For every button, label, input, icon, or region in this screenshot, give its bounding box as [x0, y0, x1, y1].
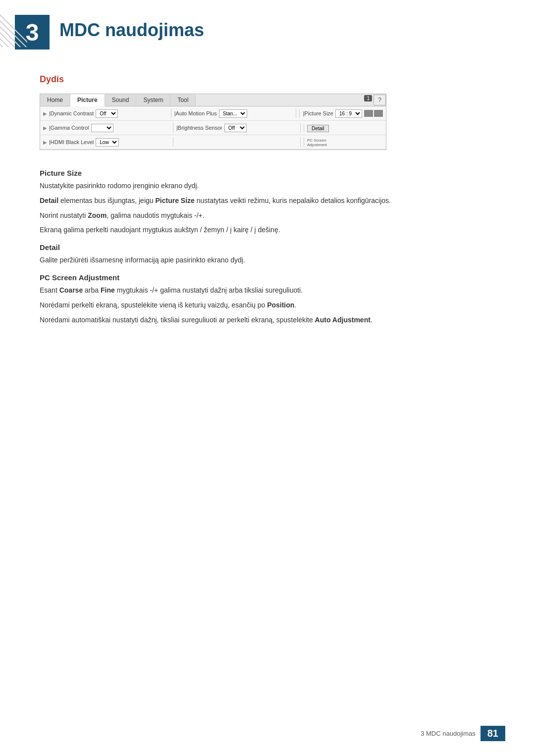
label-picture-size: |Picture Size — [303, 110, 333, 116]
select-dynamic-contrast[interactable]: Off — [96, 109, 118, 118]
footer-text: 3 MDC naudojimas — [421, 730, 476, 737]
page-number: 81 — [481, 726, 505, 741]
section-title: Dydis — [40, 74, 495, 85]
divider-5 — [173, 137, 173, 147]
subsection-title-pc-screen: PC Screen Adjustment — [40, 273, 495, 282]
body-text-picture-size-3: Norint nustatyti Zoom, galima naudotis m… — [40, 210, 495, 222]
arrow-1: ▶ — [43, 111, 47, 116]
select-hdmi-black-level[interactable]: Low — [96, 138, 119, 147]
subsection-title-picture-size: Picture Size — [40, 169, 495, 177]
help-button[interactable]: ? — [374, 95, 386, 105]
page-footer: 3 MDC naudojimas 81 — [421, 726, 505, 741]
ui-mockup: Home Picture Sound System Tool 1 ? ▶ |Dy… — [40, 94, 386, 150]
body-text-picture-size-1: Nustatykite pasirinkto rodomo įrenginio … — [40, 180, 495, 192]
divider-3 — [173, 123, 173, 133]
body-text-picture-size-2: Detail elementas bus išjungtas, jeigu Pi… — [40, 195, 495, 207]
body-text-pc-screen-1: Esant Coarse arba Fine mygtukais -/+ gal… — [40, 285, 495, 297]
select-brightness-sensor[interactable]: Off — [224, 124, 247, 132]
label-auto-motion-plus: |Auto Motion Plus — [174, 110, 217, 116]
tab-system[interactable]: System — [136, 94, 170, 106]
field-auto-motion-plus: |Auto Motion Plus Stan... — [174, 109, 293, 118]
select-gamma-control[interactable] — [91, 124, 113, 132]
body-text-pc-screen-3: Norėdami automatiškai nustatyti dažnį, t… — [40, 314, 495, 326]
label-dynamic-contrast: |Dynamic Contrast — [49, 110, 94, 116]
divider-4 — [300, 123, 301, 133]
pc-screen-label: PC ScreenAdjustment — [307, 138, 327, 147]
divider-6 — [300, 137, 301, 147]
body-text-pc-screen-2: Norėdami perkelti ekraną, spustelėkite v… — [40, 300, 495, 311]
field-brightness-sensor: |Brightness Sensor Off — [176, 124, 297, 132]
icon-2 — [374, 110, 383, 117]
body-text-detail-1: Galite peržiūrėti išsamesnę informaciją … — [40, 254, 495, 266]
mockup-row-2: ▶ |Gamma Control |Brightness Sensor Off … — [40, 121, 386, 135]
select-auto-motion-plus[interactable]: Stan... — [219, 109, 247, 118]
chapter-title: MDC naudojimas — [59, 15, 204, 41]
body-text-picture-size-4: Ekraną galima perkelti naudojant mygtuku… — [40, 224, 495, 236]
tab-badge: 1 — [364, 95, 372, 101]
icon-1 — [364, 110, 373, 117]
field-dynamic-contrast: |Dynamic Contrast Off — [49, 109, 168, 118]
divider-2 — [296, 108, 296, 118]
tab-home[interactable]: Home — [40, 94, 70, 106]
right-panel-2: Detail — [304, 124, 383, 132]
field-gamma-control: |Gamma Control — [49, 124, 170, 132]
chapter-number: 3 — [26, 19, 39, 46]
field-hdmi-black-level: |HDMI Black Level Low — [49, 138, 170, 147]
subsection-title-detail: Detail — [40, 243, 495, 252]
tab-tool[interactable]: Tool — [170, 94, 196, 106]
detail-button[interactable]: Detail — [307, 125, 329, 132]
mockup-row-3: ▶ |HDMI Black Level Low PC ScreenAdjustm… — [40, 135, 386, 150]
chapter-header: 3 MDC naudojimas — [0, 0, 535, 59]
divider-1 — [171, 108, 171, 118]
right-panel-1: |Picture Size 16 : 9 — [299, 109, 383, 118]
icon-block — [364, 110, 383, 117]
tab-sound[interactable]: Sound — [105, 94, 137, 106]
arrow-3: ▶ — [43, 140, 47, 145]
arrow-2: ▶ — [43, 125, 47, 131]
label-hdmi-black-level: |HDMI Black Level — [49, 139, 94, 145]
label-brightness-sensor: |Brightness Sensor — [176, 125, 222, 131]
top-decoration — [0, 0, 27, 47]
main-content: Dydis Home Picture Sound System Tool 1 ?… — [0, 64, 535, 358]
select-picture-size[interactable]: 16 : 9 — [335, 109, 362, 118]
mockup-row-1: ▶ |Dynamic Contrast Off |Auto Motion Plu… — [40, 106, 386, 121]
tab-bar: Home Picture Sound System Tool 1 ? — [40, 94, 386, 106]
tab-picture[interactable]: Picture — [70, 94, 105, 106]
right-panel-3: PC ScreenAdjustment — [304, 137, 383, 147]
label-gamma-control: |Gamma Control — [49, 125, 89, 131]
picture-size-row: |Picture Size 16 : 9 — [303, 109, 383, 118]
